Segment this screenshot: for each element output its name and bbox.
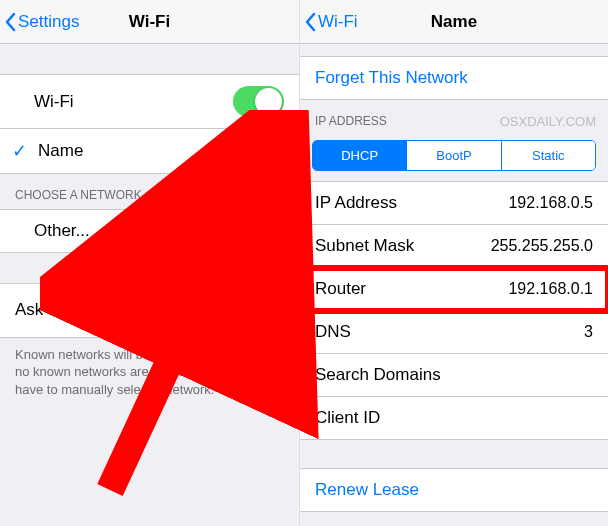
choose-network-header: CHOOSE A NETWORK... <box>0 174 299 209</box>
tab-dhcp[interactable]: DHCP <box>313 141 407 170</box>
back-to-wifi-button[interactable]: Wi-Fi <box>300 0 364 43</box>
chevron-left-icon <box>304 12 316 32</box>
client-id-label: Client ID <box>315 408 593 428</box>
router-row: Router 192.168.0.1 <box>300 268 608 311</box>
wifi-settings-screen: Settings Wi-Fi Wi-Fi ✓ Name i CHOOSE A N… <box>0 0 300 526</box>
client-id-row[interactable]: Client ID <box>300 397 608 440</box>
chevron-left-icon <box>4 12 16 32</box>
router-value: 192.168.0.1 <box>508 280 593 298</box>
svg-rect-0 <box>219 150 229 157</box>
renew-lease-button[interactable]: Renew Lease <box>300 468 608 512</box>
dns-row[interactable]: DNS 3 <box>300 311 608 354</box>
wifi-toggle[interactable] <box>233 86 284 117</box>
ask-to-join-row: Ask to Join Networks <box>0 283 299 338</box>
forget-network-button[interactable]: Forget This Network <box>300 56 608 100</box>
router-label: Router <box>315 279 508 299</box>
subnet-label: Subnet Mask <box>315 236 491 256</box>
back-label: Settings <box>18 12 79 32</box>
checkmark-icon: ✓ <box>12 140 32 162</box>
search-domains-row[interactable]: Search Domains <box>300 354 608 397</box>
svg-point-1 <box>245 154 248 157</box>
ask-to-join-footer: Known networks will be joined automatica… <box>0 338 299 407</box>
ask-to-join-toggle[interactable] <box>233 295 284 326</box>
wifi-label: Wi-Fi <box>34 92 233 112</box>
network-status-icons: i <box>218 140 284 162</box>
ip-address-label: IP Address <box>315 193 508 213</box>
wifi-signal-icon <box>238 145 254 157</box>
choose-network-label: CHOOSE A NETWORK... <box>15 188 152 202</box>
lock-icon <box>218 144 230 158</box>
network-detail-screen: Wi-Fi Name Forget This Network IP ADDRES… <box>300 0 608 526</box>
back-label: Wi-Fi <box>318 12 358 32</box>
back-to-settings-button[interactable]: Settings <box>0 0 85 43</box>
ip-address-value: 192.168.0.5 <box>508 194 593 212</box>
renew-label: Renew Lease <box>315 480 419 500</box>
ip-mode-segmented: DHCP BootP Static <box>312 140 596 171</box>
subnet-mask-row: Subnet Mask 255.255.255.0 <box>300 225 608 268</box>
ip-header-label: IP ADDRESS <box>315 114 387 128</box>
other-network-row[interactable]: Other... <box>0 209 299 253</box>
left-header: Settings Wi-Fi <box>0 0 299 44</box>
right-header: Wi-Fi Name <box>300 0 608 44</box>
search-domains-label: Search Domains <box>315 365 593 385</box>
spinner-icon <box>161 189 175 203</box>
current-network-row[interactable]: ✓ Name i <box>0 129 299 174</box>
ip-address-row: IP Address 192.168.0.5 <box>300 181 608 225</box>
tab-static[interactable]: Static <box>502 141 595 170</box>
info-icon[interactable]: i <box>262 140 284 162</box>
wifi-toggle-row: Wi-Fi <box>0 74 299 129</box>
watermark: osxdaily.com <box>500 114 596 129</box>
ask-to-join-label: Ask to Join Networks <box>15 300 233 320</box>
dns-value: 3 <box>584 323 593 341</box>
network-name: Name <box>38 141 218 161</box>
other-label: Other... <box>34 221 284 241</box>
forget-label: Forget This Network <box>315 68 468 88</box>
ip-address-header: IP ADDRESS osxdaily.com <box>300 100 608 134</box>
subnet-value: 255.255.255.0 <box>491 237 593 255</box>
dns-label: DNS <box>315 322 584 342</box>
tab-bootp[interactable]: BootP <box>407 141 501 170</box>
